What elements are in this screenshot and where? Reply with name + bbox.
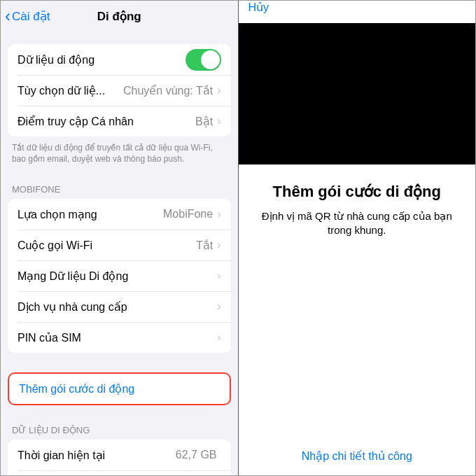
row-label: Dịch vụ nhà cung cấp	[18, 300, 217, 314]
row-cellular-data-network[interactable]: Mạng Dữ liệu Di động ›	[8, 260, 231, 291]
list-add-plan: Thêm gói cước di động	[8, 372, 231, 405]
row-value: Bật	[195, 115, 213, 128]
add-cellular-plan-button[interactable]: Thêm gói cước di động	[9, 374, 230, 404]
chevron-left-icon: ‹	[5, 8, 10, 24]
row-network-selection[interactable]: Lựa chọn mạng MobiFone ›	[8, 199, 231, 230]
row-label: Mạng Dữ liệu Di động	[18, 270, 217, 283]
section-footer: Tắt dữ liệu di động để truyền tất cả dữ …	[1, 136, 238, 164]
row-current-period[interactable]: Thời gian hiện tại 62,7 GB	[8, 440, 231, 470]
back-label: Cài đặt	[12, 9, 50, 24]
row-value: Chuyển vùng: Tắt	[123, 84, 213, 97]
list-carrier: Lựa chọn mạng MobiFone › Cuộc gọi Wi-Fi …	[8, 199, 231, 353]
chevron-right-icon: ›	[217, 300, 220, 313]
modal-nav: Hủy	[239, 1, 476, 23]
qr-title: Thêm gói cước di động	[255, 183, 459, 201]
toggle-cellular-data[interactable]	[186, 49, 221, 71]
section-cellular: Dữ liệu di động Tùy chọn dữ liệ... Chuyể…	[1, 44, 238, 164]
row-carrier-services[interactable]: Dịch vụ nhà cung cấp ›	[8, 291, 231, 322]
row-cellular-data[interactable]: Dữ liệu di động	[8, 44, 231, 75]
row-label: PIN của SIM	[18, 331, 217, 344]
section-add-plan: Thêm gói cước di động	[1, 372, 238, 405]
row-value: MobiFone	[163, 208, 213, 220]
chevron-right-icon: ›	[217, 208, 220, 220]
chevron-right-icon: ›	[217, 239, 220, 251]
qr-scan-pane: Hủy Thêm gói cước di động Định vị mã QR …	[239, 1, 476, 475]
cancel-button[interactable]: Hủy	[248, 1, 270, 14]
row-label: Tùy chọn dữ liệ...	[18, 84, 123, 97]
row-data-options[interactable]: Tùy chọn dữ liệ... Chuyển vùng: Tắt ›	[8, 75, 231, 106]
section-usage: DỮ LIỆU DI ĐỘNG Thời gian hiện tại 62,7 …	[1, 425, 238, 475]
nav-header: ‹ Cài đặt Di động	[1, 1, 238, 31]
settings-pane: ‹ Cài đặt Di động Dữ liệu di động Tùy ch…	[1, 1, 238, 475]
row-label: Dữ liệu di động	[18, 53, 186, 66]
row-roaming-period[interactable]: Chuyển vùng TG hiện tại 0 byte	[8, 470, 231, 475]
list-usage: Thời gian hiện tại 62,7 GB Chuyển vùng T…	[8, 440, 231, 475]
back-button[interactable]: ‹ Cài đặt	[1, 8, 50, 24]
chevron-right-icon: ›	[217, 84, 220, 97]
section-header: MOBIFONE	[1, 184, 238, 199]
row-personal-hotspot[interactable]: Điểm truy cập Cá nhân Bật ›	[8, 106, 231, 136]
qr-content: Thêm gói cước di động Định vị mã QR từ n…	[239, 164, 476, 440]
chevron-right-icon: ›	[217, 115, 220, 127]
list-cellular: Dữ liệu di động Tùy chọn dữ liệ... Chuyể…	[8, 44, 231, 136]
row-wifi-calling[interactable]: Cuộc gọi Wi-Fi Tắt ›	[8, 230, 231, 260]
row-label: Cuộc gọi Wi-Fi	[18, 239, 196, 252]
row-label: Lựa chọn mạng	[18, 208, 163, 221]
section-header: DỮ LIỆU DI ĐỘNG	[1, 425, 238, 440]
section-carrier: MOBIFONE Lựa chọn mạng MobiFone › Cuộc g…	[1, 184, 238, 353]
row-value: Tắt	[196, 239, 213, 252]
enter-details-manually-link[interactable]: Nhập chi tiết thủ công	[239, 440, 476, 475]
row-label: Thời gian hiện tại	[18, 449, 176, 462]
chevron-right-icon: ›	[217, 331, 220, 344]
row-sim-pin[interactable]: PIN của SIM ›	[8, 322, 231, 353]
qr-description: Định vị mã QR từ nhà cung cấp của bạn tr…	[255, 209, 459, 238]
row-value: 62,7 GB	[176, 449, 217, 461]
camera-viewfinder	[239, 23, 476, 164]
row-label: Điểm truy cập Cá nhân	[18, 115, 195, 128]
chevron-right-icon: ›	[217, 270, 220, 282]
